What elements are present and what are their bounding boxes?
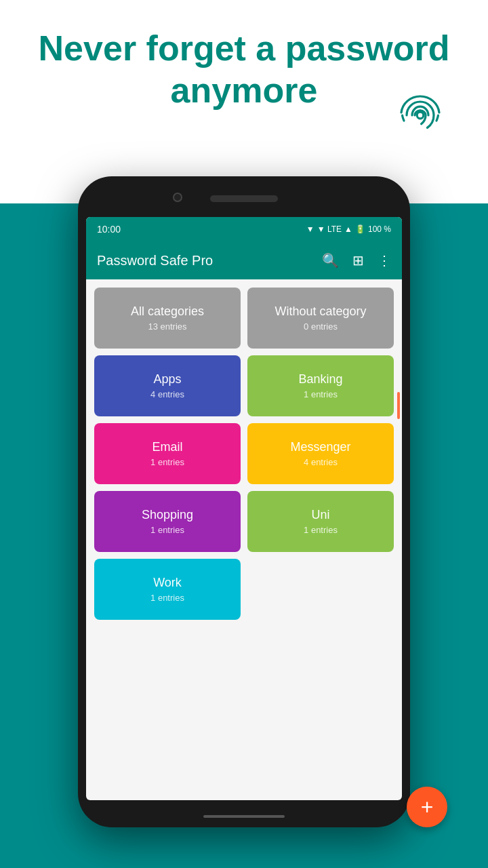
- category-entries-apps: 4 entries: [150, 389, 184, 399]
- category-name-messenger: Messenger: [290, 440, 350, 454]
- app-bar: Password Safe Pro 🔍 ⊞ ⋮: [86, 241, 402, 279]
- headline-line2: anymore: [171, 71, 318, 110]
- phone-camera: [173, 193, 182, 202]
- app-bar-actions: 🔍 ⊞ ⋮: [322, 252, 391, 269]
- lte-label: ▼ LTE: [317, 224, 342, 234]
- category-tile-shopping[interactable]: Shopping1 entries: [94, 491, 241, 552]
- category-name-uni: Uni: [311, 508, 329, 522]
- signal-bars: ▲: [344, 224, 352, 234]
- category-grid: All categories13 entriesWithout category…: [86, 279, 402, 628]
- category-name-apps: Apps: [153, 372, 181, 387]
- category-entries-all-categories: 13 entries: [148, 321, 186, 332]
- fingerprint-icon: [393, 88, 447, 142]
- category-name-work: Work: [153, 576, 182, 590]
- grid-view-icon[interactable]: ⊞: [352, 252, 364, 269]
- category-name-without-category: Without category: [274, 304, 366, 319]
- category-name-banking: Banking: [298, 372, 342, 387]
- phone-device: 10:00 ▼ ▼ LTE ▲ 🔋 100 % Password Safe Pr…: [78, 176, 410, 827]
- status-time: 10:00: [97, 224, 121, 235]
- scroll-indicator: [397, 392, 400, 419]
- category-tile-uni[interactable]: Uni1 entries: [247, 491, 394, 552]
- fab-add-button[interactable]: +: [407, 787, 447, 827]
- category-tile-all-categories[interactable]: All categories13 entries: [94, 288, 241, 349]
- headline-line1: Never forget a password: [39, 28, 450, 68]
- app-title: Password Safe Pro: [97, 253, 322, 269]
- category-tile-email[interactable]: Email1 entries: [94, 423, 241, 484]
- category-entries-uni: 1 entries: [304, 525, 338, 535]
- status-bar: 10:00 ▼ ▼ LTE ▲ 🔋 100 %: [86, 217, 402, 241]
- category-tile-apps[interactable]: Apps4 entries: [94, 355, 241, 416]
- category-entries-shopping: 1 entries: [150, 525, 184, 535]
- category-name-all-categories: All categories: [131, 304, 204, 319]
- category-entries-email: 1 entries: [150, 457, 184, 467]
- svg-point-0: [417, 112, 424, 119]
- category-tile-messenger[interactable]: Messenger4 entries: [247, 423, 394, 484]
- phone-home-indicator: [203, 815, 285, 818]
- category-name-email: Email: [152, 440, 182, 454]
- category-entries-banking: 1 entries: [304, 389, 338, 399]
- status-icons: ▼ ▼ LTE ▲ 🔋 100 %: [306, 224, 391, 234]
- phone-screen: 10:00 ▼ ▼ LTE ▲ 🔋 100 % Password Safe Pr…: [86, 217, 402, 800]
- category-tile-without-category[interactable]: Without category0 entries: [247, 288, 394, 349]
- category-tile-banking[interactable]: Banking1 entries: [247, 355, 394, 416]
- category-name-shopping: Shopping: [142, 508, 193, 522]
- battery-label: 100 %: [368, 224, 391, 234]
- category-entries-without-category: 0 entries: [304, 321, 338, 332]
- battery-icon: 🔋: [355, 224, 365, 234]
- fab-plus-icon: +: [421, 795, 434, 820]
- category-entries-work: 1 entries: [150, 593, 184, 603]
- category-entries-messenger: 4 entries: [304, 457, 338, 467]
- category-tile-work[interactable]: Work1 entries: [94, 559, 241, 620]
- wifi-icon: ▼: [306, 224, 314, 234]
- more-options-icon[interactable]: ⋮: [378, 252, 391, 269]
- phone-speaker: [210, 195, 278, 202]
- search-icon[interactable]: 🔍: [322, 252, 339, 269]
